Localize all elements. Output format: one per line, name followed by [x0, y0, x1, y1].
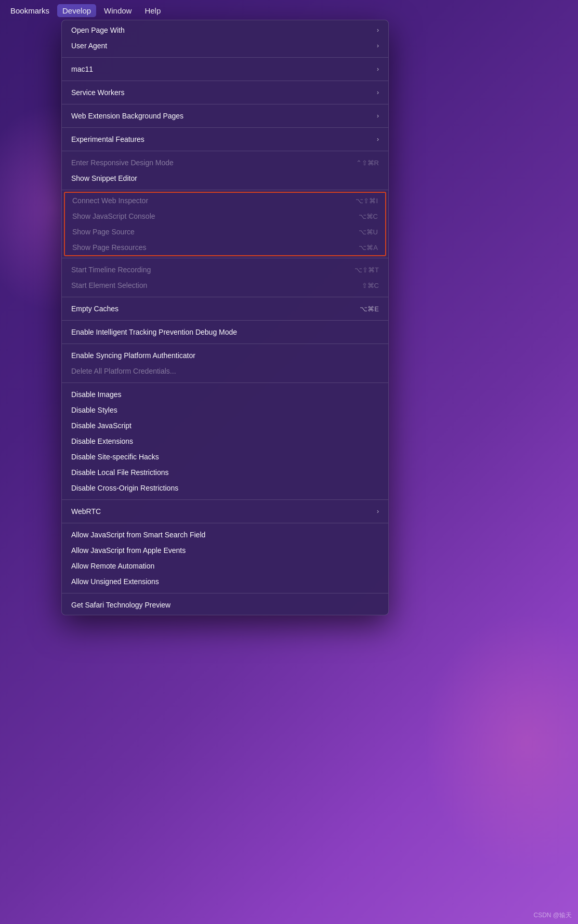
divider-7 [62, 258, 388, 258]
menu-help[interactable]: Help [139, 4, 166, 17]
menu-start-timeline[interactable]: Start Timeline Recording ⌥⇧⌘T [62, 262, 388, 278]
inspector-section: Connect Web Inspector ⌥⇧⌘I Show JavaScri… [64, 192, 386, 256]
menu-window[interactable]: Window [99, 4, 137, 17]
menu-allow-js-smart-search[interactable]: Allow JavaScript from Smart Search Field [62, 527, 388, 543]
menu-disable-javascript[interactable]: Disable JavaScript [62, 418, 388, 433]
menu-delete-credentials[interactable]: Delete All Platform Credentials... [62, 363, 388, 379]
develop-dropdown: Open Page With › User Agent › mac11 › Se… [61, 20, 389, 615]
menu-develop[interactable]: Develop [57, 4, 96, 17]
divider-2 [62, 81, 388, 81]
section-8: Empty Caches ⌥⌘E [62, 299, 388, 319]
menu-empty-caches[interactable]: Empty Caches ⌥⌘E [62, 301, 388, 316]
section-5: Experimental Features › [62, 129, 388, 149]
menu-disable-images[interactable]: Disable Images [62, 387, 388, 402]
menu-allow-unsigned-extensions[interactable]: Allow Unsigned Extensions [62, 574, 388, 589]
chevron-icon: › [377, 27, 379, 34]
menu-disable-extensions[interactable]: Disable Extensions [62, 433, 388, 449]
menu-get-safari-preview[interactable]: Get Safari Technology Preview [62, 597, 388, 613]
chevron-icon: › [377, 65, 379, 73]
section-12: WebRTC › [62, 501, 388, 521]
section-3: Service Workers › [62, 83, 388, 102]
section-9: Enable Intelligent Tracking Prevention D… [62, 322, 388, 342]
menu-show-js-console[interactable]: Show JavaScript Console ⌥⌘C [65, 208, 385, 224]
menu-user-agent[interactable]: User Agent › [62, 38, 388, 54]
menu-show-page-resources[interactable]: Show Page Resources ⌥⌘A [65, 240, 385, 255]
divider-3 [62, 104, 388, 104]
menu-enable-syncing[interactable]: Enable Syncing Platform Authenticator [62, 348, 388, 363]
menu-webrtc[interactable]: WebRTC › [62, 504, 388, 519]
divider-1 [62, 57, 388, 58]
divider-11 [62, 382, 388, 383]
menu-disable-styles[interactable]: Disable Styles [62, 402, 388, 418]
section-7: Start Timeline Recording ⌥⇧⌘T Start Elem… [62, 260, 388, 295]
chevron-icon: › [377, 42, 379, 49]
menu-intelligent-tracking[interactable]: Enable Intelligent Tracking Prevention D… [62, 324, 388, 340]
menu-disable-cross-origin[interactable]: Disable Cross-Origin Restrictions [62, 480, 388, 496]
section-10: Enable Syncing Platform Authenticator De… [62, 346, 388, 381]
divider-9 [62, 320, 388, 321]
menu-snippet-editor[interactable]: Show Snippet Editor [62, 170, 388, 186]
divider-6 [62, 190, 388, 190]
divider-13 [62, 523, 388, 523]
menu-allow-remote-automation[interactable]: Allow Remote Automation [62, 558, 388, 574]
chevron-icon: › [377, 508, 379, 515]
divider-5 [62, 151, 388, 151]
chevron-icon: › [377, 136, 379, 143]
menu-experimental-features[interactable]: Experimental Features › [62, 131, 388, 147]
divider-12 [62, 499, 388, 500]
section-2: mac11 › [62, 59, 388, 79]
menu-mac11[interactable]: mac11 › [62, 61, 388, 77]
menu-bookmarks[interactable]: Bookmarks [5, 4, 55, 17]
divider-14 [62, 593, 388, 593]
menu-service-workers[interactable]: Service Workers › [62, 85, 388, 100]
section-1: Open Page With › User Agent › [62, 20, 388, 56]
divider-8 [62, 297, 388, 297]
menu-responsive-design[interactable]: Enter Responsive Design Mode ⌃⇧⌘R [62, 155, 388, 170]
section-13: Allow JavaScript from Smart Search Field… [62, 525, 388, 591]
section-14: Get Safari Technology Preview [62, 595, 388, 615]
menu-connect-inspector[interactable]: Connect Web Inspector ⌥⇧⌘I [65, 193, 385, 208]
menu-web-extension-bg[interactable]: Web Extension Background Pages › [62, 108, 388, 124]
menu-bar: Bookmarks Develop Window Help [0, 0, 578, 21]
menu-disable-local-file[interactable]: Disable Local File Restrictions [62, 465, 388, 480]
corner-label: CSDN @输天 [533, 911, 572, 920]
chevron-icon: › [377, 112, 379, 120]
section-6: Enter Responsive Design Mode ⌃⇧⌘R Show S… [62, 153, 388, 188]
menu-open-page-with[interactable]: Open Page With › [62, 22, 388, 38]
menu-show-page-source[interactable]: Show Page Source ⌥⌘U [65, 224, 385, 240]
section-4: Web Extension Background Pages › [62, 106, 388, 126]
divider-4 [62, 127, 388, 128]
menu-disable-site-hacks[interactable]: Disable Site-specific Hacks [62, 449, 388, 465]
chevron-icon: › [377, 89, 379, 96]
menu-allow-js-apple-events[interactable]: Allow JavaScript from Apple Events [62, 543, 388, 558]
section-11: Disable Images Disable Styles Disable Ja… [62, 385, 388, 498]
divider-10 [62, 344, 388, 344]
menu-start-element-selection[interactable]: Start Element Selection ⇧⌘C [62, 278, 388, 293]
